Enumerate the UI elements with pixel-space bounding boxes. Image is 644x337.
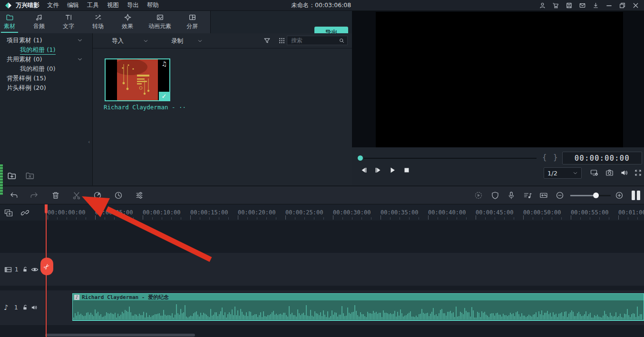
- add-track-icon[interactable]: [4, 209, 13, 217]
- ruler-label: 00:00:15:00: [190, 209, 228, 216]
- search-input[interactable]: [287, 37, 339, 44]
- timeline-ruler[interactable]: 00:00:00:0000:00:05:0000:00:10:0000:00:1…: [45, 204, 644, 221]
- account-icon[interactable]: [539, 2, 546, 9]
- chevron-down-icon[interactable]: [143, 39, 148, 44]
- redo-icon[interactable]: [29, 191, 39, 200]
- filter-icon[interactable]: [263, 37, 271, 45]
- render-preview-icon[interactable]: [474, 191, 483, 200]
- app-logo-icon: [5, 2, 12, 9]
- tab-media[interactable]: 素材: [1, 10, 18, 33]
- media-item-audio[interactable]: ♫ ✓ Richard Clayderman - ··: [105, 58, 186, 111]
- undo-icon[interactable]: [9, 191, 19, 200]
- audio-track-number: 1: [14, 304, 18, 311]
- mail-icon[interactable]: [579, 2, 586, 9]
- mark-out-icon[interactable]: }: [553, 153, 558, 162]
- tab-audio[interactable]: 音频: [30, 10, 48, 33]
- tab-label: 音频: [33, 22, 45, 30]
- chevron-down-icon[interactable]: [77, 57, 83, 62]
- link-icon[interactable]: [21, 209, 29, 217]
- tab-label: 转场: [92, 22, 104, 30]
- tree-item-my-album-1[interactable]: 我的相册 (1): [20, 46, 56, 55]
- tab-elements[interactable]: 动画元素: [148, 10, 171, 33]
- menu-help[interactable]: 帮助: [147, 1, 159, 10]
- snapshot-camera-icon[interactable]: [605, 168, 614, 177]
- mark-in-icon[interactable]: {: [542, 153, 547, 162]
- menu-edit[interactable]: 编辑: [67, 1, 79, 10]
- fullscreen-icon[interactable]: [634, 168, 643, 177]
- new-folder-icon[interactable]: [7, 171, 17, 181]
- preview-panel: { } 00:00:00:00 1/2: [352, 10, 644, 185]
- minimize-icon[interactable]: [605, 2, 613, 9]
- tab-text[interactable]: 文字: [60, 10, 77, 33]
- tree-item-my-album-0[interactable]: 我的相册 (0): [20, 65, 56, 73]
- grid-view-icon[interactable]: [278, 37, 286, 45]
- lock-open-icon[interactable]: [21, 266, 29, 273]
- panel-layout-icon[interactable]: [632, 191, 640, 200]
- ruler-label: 00:00:10:00: [143, 209, 180, 216]
- restore-icon[interactable]: [619, 2, 626, 9]
- menu-tools[interactable]: 工具: [87, 1, 99, 10]
- folder-icon: [6, 13, 14, 21]
- audio-mixer-icon[interactable]: [523, 191, 532, 200]
- tree-item-shared-media[interactable]: 共用素材 (0): [7, 55, 42, 64]
- seek-bar[interactable]: [364, 158, 537, 159]
- menu-file[interactable]: 文件: [47, 1, 59, 10]
- playback-quality-dropdown[interactable]: 1/2: [544, 167, 582, 179]
- search-icon[interactable]: [339, 38, 345, 44]
- playhead-cut-button[interactable]: ✂: [40, 258, 53, 275]
- close-icon[interactable]: [632, 2, 639, 9]
- speed-icon[interactable]: [93, 191, 102, 200]
- lock-open-icon[interactable]: [21, 304, 29, 311]
- tab-transitions[interactable]: 转场: [89, 10, 107, 33]
- download-icon[interactable]: [592, 2, 599, 9]
- stop-button[interactable]: [402, 166, 411, 174]
- delete-icon[interactable]: [51, 191, 60, 200]
- record-button[interactable]: 录制: [171, 37, 183, 45]
- video-track-icon: [4, 265, 12, 274]
- track-visibility-eye-icon[interactable]: [30, 265, 39, 274]
- save-icon[interactable]: [566, 2, 573, 9]
- tab-label: 效果: [122, 22, 133, 30]
- tab-strip: 素材 音频 文字 转场 效果 动画元素: [0, 10, 211, 33]
- zoom-out-icon[interactable]: [555, 191, 565, 200]
- adjust-icon[interactable]: [135, 191, 144, 200]
- drag-handle[interactable]: [0, 164, 3, 195]
- tree-item-intro-samples[interactable]: 片头样例 (20): [7, 84, 46, 92]
- audio-clip[interactable]: ♪ Richard Clayderman - 爱的纪念: [72, 293, 644, 321]
- audio-clip-header: ♪ Richard Clayderman - 爱的纪念: [73, 294, 644, 300]
- timeline-horizontal-scrollbar[interactable]: [45, 334, 195, 337]
- split-scissors-icon[interactable]: [72, 191, 81, 200]
- tab-split-screen[interactable]: 分屏: [184, 10, 201, 33]
- playhead-handle[interactable]: [45, 204, 48, 213]
- duration-clock-icon[interactable]: [114, 191, 123, 200]
- filmora-window: 万兴喵影 文件 编辑 工具 视图 导出 帮助 未命名：00:03:06:08 素…: [0, 0, 644, 337]
- tree-item-project-media[interactable]: 项目素材 (1): [7, 36, 42, 45]
- tab-effects[interactable]: 效果: [119, 10, 136, 33]
- volume-icon[interactable]: [620, 168, 629, 177]
- play-button[interactable]: [388, 166, 397, 174]
- music-note-icon: ♫: [161, 60, 167, 67]
- seek-handle[interactable]: [358, 155, 363, 161]
- timeline-zoom-slider[interactable]: [570, 195, 611, 196]
- fit-timeline-icon[interactable]: [539, 191, 548, 200]
- track-mute-speaker-icon[interactable]: [30, 304, 38, 311]
- display-settings-icon[interactable]: [590, 168, 599, 177]
- previous-frame-button[interactable]: [360, 166, 368, 174]
- menu-export[interactable]: 导出: [127, 1, 139, 10]
- store-cart-icon[interactable]: [552, 2, 559, 9]
- timeline-zoom-handle[interactable]: [593, 193, 599, 198]
- chevron-down-icon[interactable]: [197, 39, 203, 44]
- marker-icon[interactable]: [490, 191, 500, 200]
- delete-folder-icon[interactable]: [25, 171, 35, 181]
- next-frame-button[interactable]: [374, 166, 382, 174]
- menu-view[interactable]: 视图: [107, 1, 119, 10]
- chevron-down-icon[interactable]: [77, 38, 83, 43]
- voiceover-mic-icon[interactable]: [507, 191, 516, 200]
- project-title: 未命名：00:03:06:08: [291, 1, 351, 10]
- tab-label: 素材: [4, 22, 15, 30]
- zoom-in-icon[interactable]: [615, 191, 624, 200]
- tree-item-background-samples[interactable]: 背景样例 (15): [7, 74, 46, 83]
- panel-collapse-icon[interactable]: ‹: [88, 139, 91, 144]
- text-icon: [65, 13, 73, 21]
- import-button[interactable]: 导入: [112, 37, 124, 45]
